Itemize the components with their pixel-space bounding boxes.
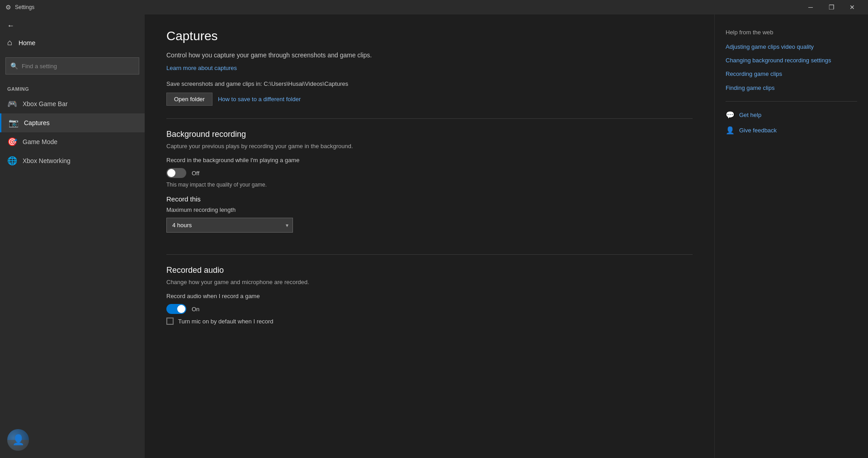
record-this-title: Record this <box>166 195 693 203</box>
restore-button[interactable]: ❐ <box>821 0 842 14</box>
get-help-action[interactable]: 💬 Get help <box>726 111 857 120</box>
folder-actions: Open folder How to save to a different f… <box>166 93 693 106</box>
give-feedback-label: Give feedback <box>739 127 777 134</box>
background-record-toggle-label: Off <box>192 170 199 177</box>
captures-icon: 📷 <box>9 118 18 128</box>
xbox-networking-icon: 🌐 <box>7 156 16 166</box>
main-content: Captures Control how you capture your ga… <box>145 14 714 458</box>
turn-mic-label: Turn mic on by default when I record <box>178 318 274 325</box>
save-path-label: Save screenshots and game clips in: C:\U… <box>166 80 693 87</box>
xbox-game-bar-icon: 🎮 <box>7 99 16 109</box>
record-audio-toggle[interactable] <box>166 304 186 314</box>
record-bg-label: Record in the background while I'm playi… <box>166 157 693 164</box>
close-button[interactable]: ✕ <box>842 0 863 14</box>
titlebar: ⚙ Settings ─ ❐ ✕ <box>0 0 868 14</box>
avatar: 👤 <box>7 429 29 451</box>
record-audio-label: Record audio when I record a game <box>166 293 693 299</box>
learn-more-link[interactable]: Learn more about captures <box>166 65 237 71</box>
record-audio-toggle-row: On <box>166 304 693 314</box>
background-record-toggle-row: Off <box>166 168 693 178</box>
divider-1 <box>166 118 693 119</box>
sidebar-section-gaming: Gaming <box>0 80 145 94</box>
back-arrow-icon: ← <box>7 22 14 30</box>
help-divider <box>726 101 857 102</box>
sidebar-item-home[interactable]: ⌂ Home <box>0 33 145 52</box>
record-audio-toggle-label: On <box>192 306 199 313</box>
search-icon: 🔍 <box>10 62 18 70</box>
get-help-label: Get help <box>739 112 761 118</box>
settings-icon: ⚙ <box>5 4 11 11</box>
help-link-2[interactable]: Recording game clips <box>726 70 857 78</box>
right-panel: Help from the web Adjusting game clips v… <box>714 14 868 458</box>
max-length-dropdown[interactable]: 30 minutes 1 hour 2 hours 4 hours <box>166 218 293 233</box>
help-link-3[interactable]: Finding game clips <box>726 84 857 92</box>
help-link-1[interactable]: Changing background recording settings <box>726 56 857 65</box>
how-to-save-link[interactable]: How to save to a different folder <box>218 96 301 103</box>
background-recording-subtitle: Capture your previous plays by recording… <box>166 143 693 150</box>
background-recording-title: Background recording <box>166 130 693 139</box>
get-help-icon: 💬 <box>726 111 735 120</box>
turn-mic-checkbox-row: Turn mic on by default when I record <box>166 318 693 325</box>
impact-note: This may impact the quality of your game… <box>166 182 693 188</box>
sidebar-item-label: Game Mode <box>23 138 57 145</box>
sidebar-item-label: Xbox Networking <box>23 157 71 164</box>
home-label: Home <box>19 39 35 47</box>
help-title: Help from the web <box>726 29 857 36</box>
sidebar: ← ⌂ Home 🔍 Gaming 🎮 Xbox Game Bar 📷 Capt… <box>0 14 145 458</box>
sidebar-item-label: Captures <box>24 119 50 126</box>
profile-area: 👤 <box>0 422 145 458</box>
search-box[interactable]: 🔍 <box>5 57 139 75</box>
recorded-audio-subtitle: Change how your game and microphone are … <box>166 279 693 285</box>
divider-2 <box>166 254 693 255</box>
open-folder-button[interactable]: Open folder <box>166 93 212 106</box>
sidebar-item-captures[interactable]: 📷 Captures <box>0 113 145 132</box>
give-feedback-icon: 👤 <box>726 126 735 135</box>
search-input[interactable] <box>22 63 134 70</box>
sidebar-item-label: Xbox Game Bar <box>23 100 68 107</box>
turn-mic-checkbox[interactable] <box>166 318 174 325</box>
give-feedback-action[interactable]: 👤 Give feedback <box>726 126 857 135</box>
max-length-label: Maximum recording length <box>166 206 693 213</box>
sidebar-item-xbox-game-bar[interactable]: 🎮 Xbox Game Bar <box>0 94 145 113</box>
help-link-0[interactable]: Adjusting game clips video quality <box>726 43 857 51</box>
titlebar-controls: ─ ❐ ✕ <box>800 0 863 14</box>
app-body: ← ⌂ Home 🔍 Gaming 🎮 Xbox Game Bar 📷 Capt… <box>0 14 868 458</box>
back-button[interactable]: ← <box>0 18 145 33</box>
background-record-toggle[interactable] <box>166 168 186 178</box>
sidebar-item-game-mode[interactable]: 🎯 Game Mode <box>0 132 145 151</box>
max-length-dropdown-wrapper: 30 minutes 1 hour 2 hours 4 hours ▾ <box>166 218 293 233</box>
sidebar-item-xbox-networking[interactable]: 🌐 Xbox Networking <box>0 151 145 170</box>
page-description: Control how you capture your game throug… <box>166 51 693 60</box>
minimize-button[interactable]: ─ <box>800 0 821 14</box>
home-icon: ⌂ <box>7 38 12 47</box>
recorded-audio-title: Recorded audio <box>166 266 693 275</box>
game-mode-icon: 🎯 <box>7 137 16 147</box>
page-title: Captures <box>166 29 693 43</box>
titlebar-title: Settings <box>15 4 34 10</box>
